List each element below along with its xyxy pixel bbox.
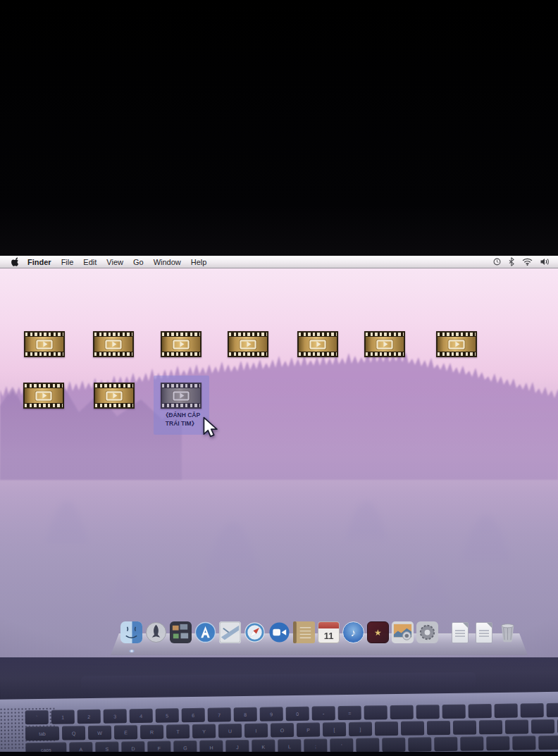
key-tab[interactable]: tab — [25, 726, 59, 741]
key-8[interactable]: 8 — [234, 707, 257, 721]
music-note-glyph: ♪ — [351, 626, 356, 638]
key-blank[interactable] — [538, 736, 558, 750]
movie-file-icon[interactable] — [24, 331, 65, 357]
laptop-body: `1234567890-=tabQWERTYUIOP[]capsASDFGHJK… — [0, 657, 558, 756]
movie-file-icon[interactable] — [93, 331, 134, 357]
key-blank[interactable] — [531, 719, 554, 733]
play-button-glyph — [377, 340, 393, 349]
menu-item-file[interactable]: File — [61, 258, 74, 266]
menu-item-view[interactable]: View — [106, 258, 123, 266]
movie-file-icon[interactable] — [23, 383, 64, 409]
key-blank[interactable] — [495, 704, 518, 718]
desktop-icons-layer — [0, 268, 558, 657]
keyboard: `1234567890-=tabQWERTYUIOP[]capsASDFGHJK… — [0, 692, 558, 756]
key-blank[interactable] — [408, 737, 431, 751]
key-blank[interactable] — [479, 720, 502, 734]
key-1[interactable]: 1 — [51, 709, 75, 724]
mail-icon[interactable] — [219, 621, 241, 643]
iphoto-icon[interactable] — [392, 621, 414, 643]
key-sym[interactable]: - — [312, 706, 335, 720]
apple-logo-icon — [11, 257, 19, 267]
key-blank[interactable] — [390, 705, 414, 719]
movie-file-icon[interactable] — [161, 331, 202, 357]
key-sym[interactable]: ` — [25, 710, 49, 724]
key-sym[interactable]: = — [338, 706, 361, 720]
key-blank[interactable] — [453, 720, 476, 734]
key-blank[interactable] — [364, 705, 388, 719]
key-0[interactable]: 0 — [286, 707, 309, 721]
key-r[interactable]: R — [140, 725, 163, 739]
key-blank[interactable] — [434, 737, 457, 751]
key-t[interactable]: T — [166, 724, 190, 738]
key-6[interactable]: 6 — [182, 708, 205, 722]
key-blank[interactable] — [521, 703, 544, 717]
app-store-icon[interactable] — [194, 621, 216, 643]
movie-file-icon[interactable] — [364, 331, 405, 357]
key-5[interactable]: 5 — [156, 708, 179, 722]
key-e[interactable]: E — [114, 725, 137, 739]
apple-menu[interactable] — [11, 257, 19, 267]
safari-icon[interactable] — [244, 621, 266, 643]
wifi-icon[interactable] — [522, 258, 533, 266]
key-blank[interactable] — [469, 704, 492, 718]
imovie-icon[interactable]: ★ — [367, 621, 389, 643]
volume-icon[interactable] — [540, 258, 550, 266]
key-q[interactable]: Q — [62, 726, 85, 740]
active-app-menu[interactable]: Finder — [27, 258, 51, 266]
key-sym[interactable]: ; — [304, 738, 327, 752]
menu-item-help[interactable]: Help — [191, 258, 207, 266]
key-blank[interactable] — [382, 738, 405, 752]
key-u[interactable]: U — [218, 724, 242, 738]
star-glyph: ★ — [374, 628, 382, 638]
trash-icon[interactable] — [497, 621, 519, 643]
bluetooth-icon[interactable] — [509, 257, 514, 266]
contacts-icon[interactable] — [293, 621, 315, 643]
calendar-icon[interactable]: 11 — [318, 621, 340, 643]
menu-item-window[interactable]: Window — [154, 258, 181, 266]
key-blank[interactable] — [356, 738, 379, 752]
key-7[interactable]: 7 — [208, 707, 231, 721]
label-line-1: 《ĐÁNH CẮP — [154, 411, 209, 419]
key-w[interactable]: W — [88, 726, 111, 740]
play-button-glyph — [173, 340, 190, 349]
key-o[interactable]: O — [271, 723, 294, 737]
itunes-icon[interactable]: ♪ — [342, 621, 364, 643]
movie-file-icon[interactable] — [228, 331, 268, 357]
key-9[interactable]: 9 — [260, 707, 283, 721]
key-sym[interactable]: ] — [349, 721, 372, 736]
play-button-glyph — [240, 340, 256, 349]
system-preferences-icon[interactable] — [416, 621, 438, 643]
facetime-icon[interactable] — [268, 621, 290, 643]
key-y[interactable]: Y — [192, 724, 216, 738]
movie-file-icon[interactable] — [297, 331, 338, 357]
key-blank[interactable] — [486, 736, 509, 750]
key-2[interactable]: 2 — [78, 709, 101, 724]
mission-control-icon[interactable] — [170, 621, 192, 643]
key-sym[interactable]: ' — [330, 738, 353, 752]
movie-file-icon[interactable] — [94, 383, 135, 409]
key-blank[interactable] — [416, 705, 440, 719]
key-blank[interactable] — [442, 705, 466, 719]
key-p[interactable]: P — [297, 722, 320, 736]
documents-stack-icon[interactable] — [450, 621, 471, 643]
key-blank[interactable] — [512, 736, 535, 750]
play-button-glyph — [449, 340, 465, 349]
key-3[interactable]: 3 — [104, 709, 127, 723]
movie-file-icon[interactable] — [436, 331, 477, 357]
key-i[interactable]: I — [244, 724, 268, 738]
downloads-stack-icon[interactable] — [473, 621, 495, 643]
key-blank[interactable] — [375, 721, 398, 736]
key-blank[interactable] — [427, 721, 450, 735]
menu-item-edit[interactable]: Edit — [83, 258, 97, 266]
launchpad-icon[interactable] — [145, 621, 167, 643]
key-blank[interactable] — [547, 703, 558, 717]
key-blank[interactable] — [401, 721, 424, 735]
key-blank[interactable] — [460, 736, 483, 750]
key-4[interactable]: 4 — [130, 709, 153, 723]
finder-icon[interactable] — [120, 621, 142, 643]
clock-icon[interactable] — [493, 258, 501, 266]
key-blank[interactable] — [505, 719, 528, 733]
key-sym[interactable]: [ — [323, 722, 346, 736]
menu-item-go[interactable]: Go — [133, 258, 144, 266]
menu-bar-status-area — [493, 257, 551, 266]
